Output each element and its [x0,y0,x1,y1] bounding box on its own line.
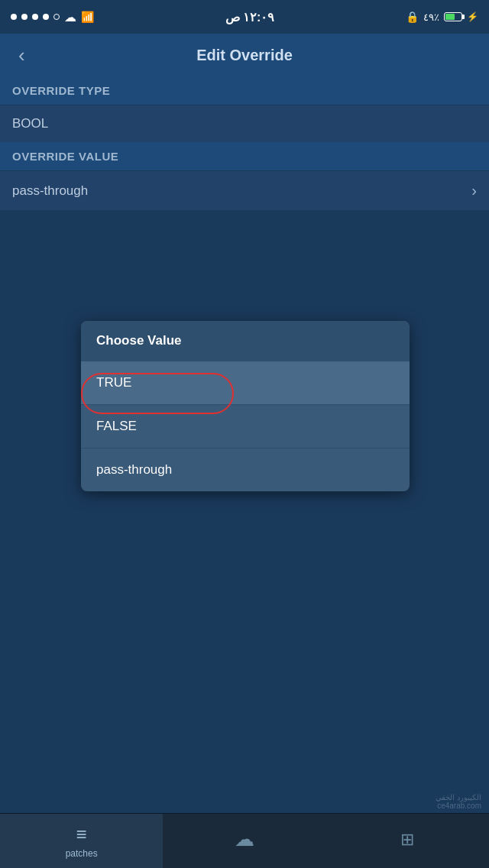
status-right: 🔒 ٤٩٪ ⚡ [406,11,478,23]
override-value-row[interactable]: pass-through › [0,170,489,210]
section-header-override-value: Override Value [0,142,489,170]
choose-value-dropdown: Choose Value TRUE FALSE pass-through [81,321,410,491]
override-value-text: pass-through [12,183,88,199]
watermark: الكيبورد الخفيce4arab.com [436,793,481,810]
dropdown-item-false[interactable]: FALSE [81,404,410,448]
charging-icon: ⚡ [467,11,478,22]
nav-bar: ‹ Edit Override [0,34,489,76]
signal-dot-1 [11,14,17,20]
tab-cloud[interactable]: ☁ [163,814,325,868]
patches-icon: ≡ [76,824,87,845]
cloud-icon: ☁ [64,10,76,24]
wifi-icon: 📶 [81,11,94,23]
battery-icon [444,12,462,21]
section-header-override-type: Override Type [0,76,489,105]
back-button[interactable]: ‹ [12,40,31,70]
lock-icon: 🔒 [406,11,419,23]
signal-dot-4 [43,14,49,20]
dropdown-item-true[interactable]: TRUE [81,361,410,404]
tab-grid[interactable]: ⊞ [326,814,489,868]
tab-bar: ≡ patches ☁ ⊞ [0,813,489,868]
chevron-icon: › [471,182,477,199]
dropdown-item-pass-through[interactable]: pass-through [81,448,410,491]
override-type-row: BOOL [0,105,489,142]
override-type-value: BOOL [12,116,48,131]
signal-dot-2 [21,14,28,20]
nav-title: Edit Override [196,47,293,64]
signal-dot-3 [32,14,38,20]
tab-patches[interactable]: ≡ patches [0,814,163,868]
status-bar: ☁ 📶 ١٢:٠٩ ص 🔒 ٤٩٪ ⚡ [0,0,489,34]
grid-tab-icon: ⊞ [400,830,414,850]
battery-percent: ٤٩٪ [423,11,439,23]
status-time: ١٢:٠٩ ص [225,10,275,24]
signal-dot-5 [53,14,60,20]
dropdown-header: Choose Value [81,321,410,361]
lower-background [0,535,489,813]
cloud-tab-icon: ☁ [235,828,254,851]
patches-label: patches [66,848,98,859]
signal-area: ☁ 📶 [11,10,94,24]
